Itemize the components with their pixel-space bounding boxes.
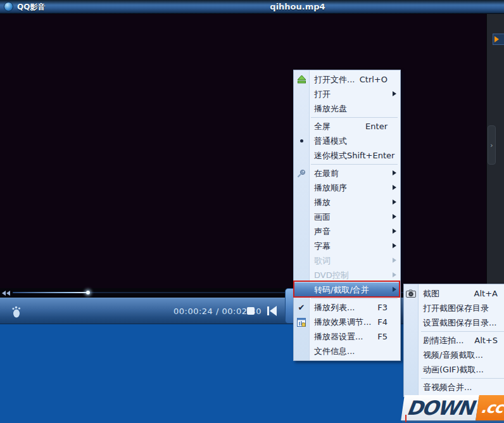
camera-icon — [405, 288, 417, 299]
menu-item-open[interactable]: 打开 — [294, 87, 400, 101]
stop-button[interactable] — [247, 307, 255, 315]
submenu-item-screenshot[interactable]: 截图 Alt+A — [404, 286, 504, 301]
app-logo-icon — [4, 2, 13, 11]
submenu-arrow-icon — [393, 243, 396, 248]
previous-button[interactable] — [267, 306, 277, 316]
red-tick-mark — [405, 415, 406, 422]
menu-separator — [311, 298, 398, 299]
menu-separator — [421, 331, 504, 332]
pin-icon — [296, 168, 307, 179]
radio-bullet-icon — [296, 136, 307, 146]
watermark-down-text: DOWN — [405, 396, 474, 419]
menu-item-player-settings[interactable]: 播放器设置... F5 — [294, 329, 400, 344]
submenu-item-burst-shot[interactable]: 剧情连拍... Alt+S — [404, 333, 504, 348]
menu-item-play-order[interactable]: 播放顺序 — [294, 180, 400, 195]
context-menu: 打开文件... Ctrl+O 打开 播放光盘 全屏 Enter 普通模式 迷你模… — [293, 70, 401, 361]
submenu-item-video-audio-capture[interactable]: 视频/音频截取... — [404, 348, 504, 362]
submenu-arrow-icon — [393, 272, 396, 277]
watermark-logo: DOWN .cc — [401, 395, 504, 420]
equalizer-icon — [296, 317, 307, 327]
menu-item-subtitle[interactable]: 字幕 — [294, 239, 400, 253]
menu-separator — [421, 378, 504, 379]
menu-item-playlist[interactable]: ✔ 播放列表... F3 — [294, 300, 400, 315]
submenu-arrow-icon — [393, 185, 396, 190]
menu-item-picture[interactable]: 画面 — [294, 210, 400, 224]
menu-item-open-file[interactable]: 打开文件... Ctrl+O — [294, 72, 400, 87]
menu-item-dvd-control: DVD控制 — [294, 268, 400, 282]
submenu-item-av-merge[interactable]: 音视频合并... — [404, 380, 504, 395]
eject-icon — [296, 74, 307, 85]
menu-separator — [311, 117, 398, 118]
footprint-logo-icon — [11, 305, 23, 319]
window-title: qihhou.mp4 — [270, 2, 325, 11]
menu-item-normal-mode[interactable]: 普通模式 — [294, 134, 400, 148]
sidebar-expand-button[interactable]: › — [488, 125, 496, 165]
submenu-arrow-icon — [393, 170, 396, 175]
submenu-arrow-icon — [393, 91, 396, 96]
menu-item-transcode-capture-merge[interactable]: 转码/截取/合并 — [294, 282, 400, 297]
menu-item-mini-mode[interactable]: 迷你模式 Shift+Enter — [294, 148, 400, 163]
menu-item-play-disc[interactable]: 播放光盘 — [294, 101, 400, 116]
menu-separator — [311, 164, 398, 165]
video-display-area[interactable] — [0, 14, 486, 288]
submenu-arrow-icon — [393, 229, 396, 234]
seek-bar-played — [13, 292, 88, 293]
menu-item-lyrics: 歌词 — [294, 253, 400, 268]
check-icon: ✔ — [296, 302, 307, 313]
menu-item-always-on-top[interactable]: 在最前 — [294, 166, 400, 180]
rewind-icon[interactable] — [2, 291, 11, 296]
menu-item-fullscreen[interactable]: 全屏 Enter — [294, 119, 400, 134]
menu-item-sound[interactable]: 声音 — [294, 224, 400, 239]
menu-item-play[interactable]: 播放 — [294, 195, 400, 210]
submenu-arrow-icon — [393, 199, 396, 205]
seek-handle[interactable] — [86, 291, 90, 294]
submenu-item-set-screenshot-folder[interactable]: 设置截图保存目录... — [404, 315, 504, 330]
submenu-arrow-icon — [393, 287, 396, 292]
now-playing-icon — [495, 36, 499, 42]
submenu-arrow-icon — [393, 258, 396, 263]
playlist-active-item[interactable] — [493, 34, 504, 45]
title-bar: QQ影音 qihhou.mp4 — [0, 0, 504, 14]
submenu-arrow-icon — [393, 214, 396, 219]
submenu-item-gif-capture[interactable]: 动画(GIF)截取... — [404, 362, 504, 377]
menu-item-file-info[interactable]: 文件信息... — [294, 344, 400, 358]
menu-item-effect-adjust[interactable]: 播放效果调节... F4 — [294, 315, 400, 329]
app-name: QQ影音 — [17, 2, 45, 13]
transcode-submenu: 截图 Alt+A 打开截图保存目录 设置截图保存目录... 剧情连拍... Al… — [403, 284, 504, 397]
submenu-item-open-screenshot-folder[interactable]: 打开截图保存目录 — [404, 301, 504, 315]
watermark-cc-text: .cc — [480, 399, 504, 417]
